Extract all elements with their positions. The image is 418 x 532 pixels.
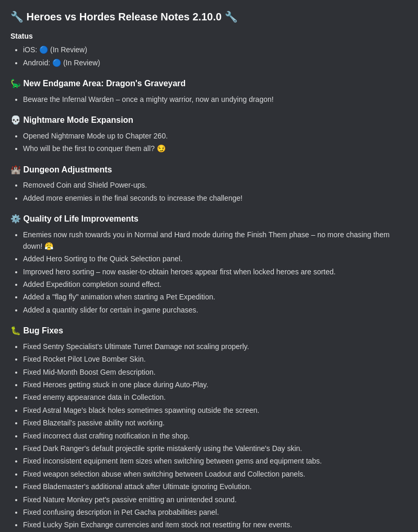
list-item: Opened Nightmare Mode up to Chapter 260. [23,130,408,142]
list-item: Removed Coin and Shield Power-ups. [23,179,408,191]
section-new-endgame: 🦕 New Endgame Area: Dragon's GraveyardBe… [10,77,408,105]
list-item: Fixed enemy appearance data in Collectio… [23,391,408,403]
list-item: Enemies now rush towards you in Normal a… [23,229,408,252]
list-item: Added Hero Sorting to the Quick Selectio… [23,253,408,264]
list-item: Improved hero sorting – now easier-to-ob… [23,266,408,277]
list-item: Fixed Blazetail's passive ability not wo… [23,417,408,429]
list-item: Fixed incorrect dust crafting notificati… [23,430,408,442]
section-dungeon-adjustments: 🏰 Dungeon AdjustmentsRemoved Coin and Sh… [10,163,408,204]
section-quality-of-life: ⚙️ Quality of Life ImprovementsEnemies n… [10,212,408,316]
list-item: Beware the Infernal Warden – once a migh… [23,94,408,105]
list-item: Fixed Rocket Pilot Love Bomber Skin. [23,353,408,365]
list-item: Added Expedition completion sound effect… [23,279,408,290]
list-item: Fixed Heroes getting stuck in one place … [23,379,408,390]
sections-container: 🦕 New Endgame Area: Dragon's GraveyardBe… [10,77,408,532]
list-item: Fixed Nature Monkey pet's passive emitti… [23,494,408,505]
list-item: Fixed Blademaster's additional attack af… [23,481,408,492]
list-item: Fixed Mid-Month Boost Gem description. [23,366,408,378]
page-title: 🔧 Heroes vs Hordes Release Notes 2.10.0 … [10,8,408,25]
list-item: Added a "flag fly" animation when starti… [23,291,408,303]
list-item: Fixed confusing description in Pet Gacha… [23,506,408,518]
list-item: Fixed Astral Mage's black holes sometime… [23,404,408,416]
list-item: Fixed Lucky Spin Exchange currencies and… [23,519,408,530]
list-item: Fixed Sentry Specialist's Ultimate Turre… [23,341,408,352]
section-title-nightmare-mode: 💀 Nightmare Mode Expansion [10,113,408,127]
section-list-dungeon-adjustments: Removed Coin and Shield Power-ups.Added … [10,179,408,204]
section-list-quality-of-life: Enemies now rush towards you in Normal a… [10,229,408,316]
status-label: Status [10,30,408,42]
section-list-bug-fixes: Fixed Sentry Specialist's Ultimate Turre… [10,341,408,532]
status-item: Android: 🔵 (In Review) [23,57,408,68]
list-item: Fixed Dark Ranger's default projectile s… [23,443,408,454]
section-bug-fixes: 🐛 Bug FixesFixed Sentry Specialist's Ult… [10,324,408,532]
section-title-quality-of-life: ⚙️ Quality of Life Improvements [10,212,408,226]
section-nightmare-mode: 💀 Nightmare Mode ExpansionOpened Nightma… [10,113,408,154]
status-section: Status iOS: 🔵 (In Review)Android: 🔵 (In … [10,30,408,68]
section-list-new-endgame: Beware the Infernal Warden – once a migh… [10,94,408,105]
section-title-dungeon-adjustments: 🏰 Dungeon Adjustments [10,163,408,177]
list-item: Added more enemies in the final seconds … [23,192,408,204]
list-item: Fixed weapon selection abuse when switch… [23,468,408,480]
list-item: Added a quantity slider for certain in-g… [23,304,408,316]
status-list: iOS: 🔵 (In Review)Android: 🔵 (In Review) [10,44,408,68]
status-item: iOS: 🔵 (In Review) [23,44,408,55]
section-title-new-endgame: 🦕 New Endgame Area: Dragon's Graveyard [10,77,408,90]
section-title-bug-fixes: 🐛 Bug Fixes [10,324,408,338]
list-item: Who will be the first to conquer them al… [23,143,408,154]
list-item: Fixed inconsistent equipment item sizes … [23,455,408,467]
section-list-nightmare-mode: Opened Nightmare Mode up to Chapter 260.… [10,130,408,155]
